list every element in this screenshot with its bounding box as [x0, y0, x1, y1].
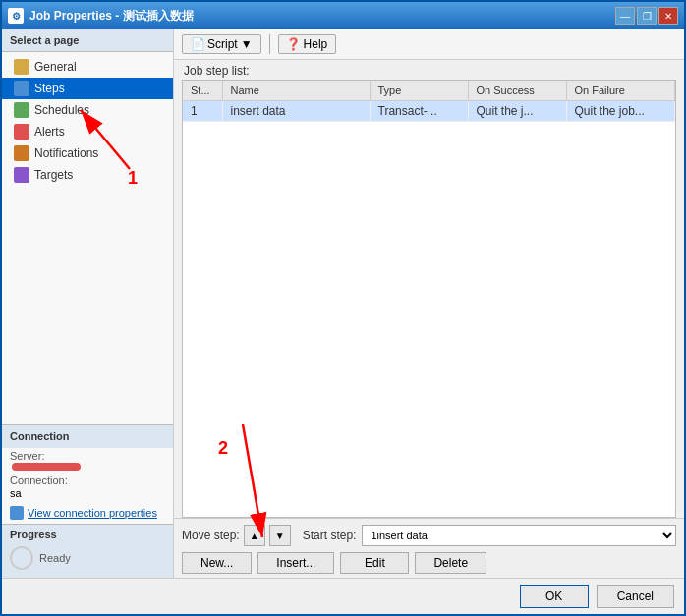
connection-label: Connection:: [10, 475, 165, 486]
sidebar-item-alerts-label: Alerts: [34, 125, 65, 139]
delete-button[interactable]: Delete: [415, 552, 486, 574]
alerts-icon: [14, 124, 29, 140]
title-bar-controls: — ❐ ✕: [615, 7, 678, 25]
sidebar: Select a page General Steps Schedules Al…: [2, 29, 174, 578]
bottom-area: Move step: ▲ ▼ Start step: 1insert data …: [174, 518, 684, 578]
title-bar: ⚙ Job Properties - 测试插入数据 — ❐ ✕: [2, 2, 684, 29]
move-start-row: Move step: ▲ ▼ Start step: 1insert data: [182, 525, 676, 546]
main-window: ⚙ Job Properties - 测试插入数据 — ❐ ✕ Select a…: [0, 0, 686, 616]
col-name: Name: [222, 81, 370, 101]
main-panel: 📄 Script ▼ ❓ Help Job step list: St...: [174, 29, 684, 578]
cell-step: 1: [183, 101, 222, 122]
move-step-label: Move step:: [182, 529, 240, 542]
move-up-button[interactable]: ▲: [244, 525, 265, 546]
progress-header: Progress: [2, 525, 173, 542]
connection-value: sa: [10, 487, 165, 499]
move-step-group: Move step: ▲ ▼: [182, 525, 291, 546]
server-label: Server:: [10, 450, 165, 462]
nav-items: General Steps Schedules Alerts Notificat…: [2, 52, 173, 424]
cell-failure: Quit the job...: [566, 101, 675, 122]
progress-section: Progress Ready: [2, 524, 173, 578]
window-title: Job Properties - 测试插入数据: [29, 8, 615, 25]
restore-button[interactable]: ❐: [637, 7, 657, 25]
col-success: On Success: [468, 81, 566, 101]
sidebar-item-schedules[interactable]: Schedules: [2, 99, 173, 121]
view-connection-text: View connection properties: [28, 507, 157, 519]
general-icon: [14, 59, 29, 75]
job-step-list-label: Job step list:: [174, 60, 684, 80]
connection-header: Connection: [10, 430, 165, 442]
progress-status: Ready: [39, 552, 71, 564]
targets-icon: [14, 167, 29, 183]
sidebar-item-general[interactable]: General: [2, 56, 173, 78]
table-header-row: St... Name Type On Success On Failure: [183, 81, 675, 101]
sidebar-item-notifications[interactable]: Notifications: [2, 142, 173, 164]
job-step-table: St... Name Type On Success On Failure 1 …: [183, 81, 675, 122]
new-button[interactable]: New...: [182, 552, 252, 574]
close-button[interactable]: ✕: [658, 7, 678, 25]
script-icon: 📄: [191, 37, 204, 51]
sidebar-item-targets[interactable]: Targets: [2, 164, 173, 186]
window-icon: ⚙: [8, 8, 24, 24]
dialog-footer: OK Cancel: [2, 578, 684, 614]
table-row[interactable]: 1 insert data Transact-... Quit the j...…: [183, 101, 675, 122]
help-label: Help: [304, 37, 328, 51]
ok-button[interactable]: OK: [520, 585, 589, 608]
start-step-label: Start step:: [303, 529, 357, 542]
server-redacted: [12, 463, 81, 471]
job-step-table-container[interactable]: St... Name Type On Success On Failure 1 …: [182, 80, 676, 518]
col-failure: On Failure: [566, 81, 675, 101]
script-label: Script: [207, 37, 238, 51]
minimize-button[interactable]: —: [615, 7, 635, 25]
steps-icon: [14, 81, 29, 96]
sidebar-item-targets-label: Targets: [34, 168, 73, 182]
sidebar-item-steps-label: Steps: [34, 82, 65, 95]
start-step-group: Start step: 1insert data: [303, 525, 676, 546]
sidebar-item-general-label: General: [34, 60, 77, 74]
col-step: St...: [183, 81, 222, 101]
move-down-button[interactable]: ▼: [269, 525, 291, 546]
toolbar: 📄 Script ▼ ❓ Help: [174, 29, 684, 60]
sidebar-item-schedules-label: Schedules: [34, 103, 89, 117]
help-icon: ❓: [287, 37, 301, 51]
sidebar-header: Select a page: [2, 29, 173, 52]
connection-info: Server: Connection: sa: [2, 448, 173, 504]
content-area: Select a page General Steps Schedules Al…: [2, 29, 684, 578]
toolbar-separator: [269, 34, 270, 54]
action-buttons-row: New... Insert... Edit Delete: [182, 552, 676, 574]
col-type: Type: [370, 81, 468, 101]
schedules-icon: [14, 102, 29, 118]
server-value: [10, 463, 165, 471]
help-button[interactable]: ❓ Help: [278, 34, 337, 54]
progress-content: Ready: [2, 542, 173, 578]
cell-success: Quit the j...: [468, 101, 566, 122]
sidebar-item-steps[interactable]: Steps: [2, 78, 173, 99]
script-dropdown-icon: ▼: [241, 37, 253, 51]
notifications-icon: [14, 145, 29, 161]
sidebar-item-alerts[interactable]: Alerts: [2, 121, 173, 142]
connection-section: Connection: [2, 424, 173, 448]
edit-button[interactable]: Edit: [340, 552, 409, 574]
script-button[interactable]: 📄 Script ▼: [182, 34, 261, 54]
cell-type: Transact-...: [370, 101, 468, 122]
connection-link-icon: [10, 506, 24, 520]
cancel-button[interactable]: Cancel: [597, 585, 674, 608]
progress-spinner: [10, 546, 33, 570]
start-step-select[interactable]: 1insert data: [362, 525, 676, 546]
sidebar-item-notifications-label: Notifications: [34, 146, 98, 160]
cell-name: insert data: [222, 101, 370, 122]
view-connection-link[interactable]: View connection properties: [2, 504, 173, 524]
insert-button[interactable]: Insert...: [257, 552, 334, 574]
